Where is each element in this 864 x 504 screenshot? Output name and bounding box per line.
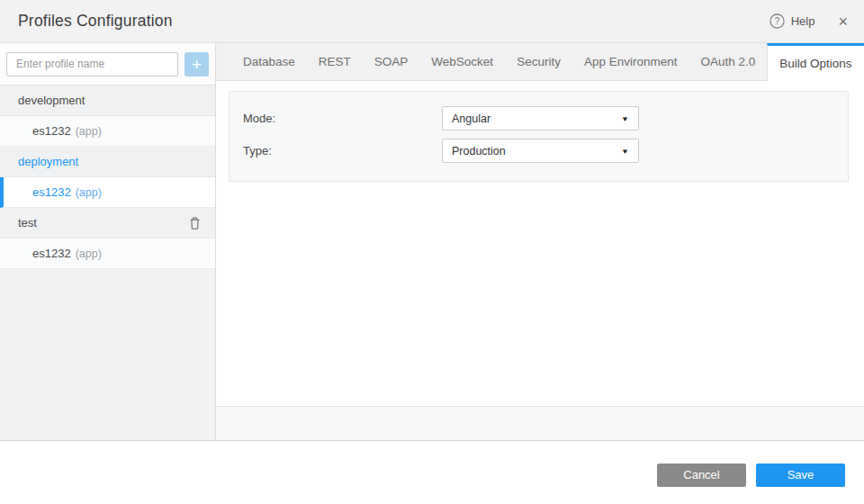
profile-group-development[interactable]: development xyxy=(0,86,215,116)
profile-item-label: es1232 xyxy=(32,247,71,260)
profile-item-development-es1232[interactable]: es1232 (app) xyxy=(0,116,215,147)
cancel-button[interactable]: Cancel xyxy=(657,464,746,487)
profile-item-test-es1232[interactable]: es1232 (app) xyxy=(0,238,215,269)
profile-add-row: + xyxy=(0,43,215,86)
profile-item-suffix: (app) xyxy=(76,186,102,199)
tab-rest[interactable]: REST xyxy=(307,43,363,80)
type-select[interactable]: Production ▼ xyxy=(442,139,639,163)
add-profile-button[interactable]: + xyxy=(184,52,209,76)
build-options-panel: Mode: Angular ▼ Type: Production ▼ xyxy=(229,91,849,182)
help-button[interactable]: ? Help xyxy=(770,14,815,29)
close-icon[interactable]: × xyxy=(838,14,848,30)
profile-group-test[interactable]: test xyxy=(0,208,215,238)
dialog-header: Profiles Configuration ? Help × xyxy=(0,0,864,43)
chevron-down-icon: ▼ xyxy=(621,114,629,122)
delete-profile-button[interactable] xyxy=(187,214,202,232)
tab-oauth[interactable]: OAuth 2.0 xyxy=(688,43,767,80)
profile-item-suffix: (app) xyxy=(76,248,102,260)
profile-group-label: deployment xyxy=(18,155,78,168)
profile-list: development es1232 (app) deployment es12… xyxy=(0,86,215,269)
mode-select[interactable]: Angular ▼ xyxy=(442,106,639,130)
main-panel: Database REST SOAP WebSocket Security Ap… xyxy=(216,43,864,440)
mode-label: Mode: xyxy=(243,112,442,125)
save-button[interactable]: Save xyxy=(756,464,845,487)
tab-security[interactable]: Security xyxy=(505,43,572,80)
tab-soap[interactable]: SOAP xyxy=(363,43,420,80)
trash-icon xyxy=(189,216,201,230)
tab-bar: Database REST SOAP WebSocket Security Ap… xyxy=(216,43,864,81)
tab-database[interactable]: Database xyxy=(231,43,307,80)
profile-item-deployment-es1232-selected[interactable]: es1232 (app) xyxy=(0,177,215,208)
build-options-content: Mode: Angular ▼ Type: Production ▼ xyxy=(216,81,864,406)
profile-group-label: development xyxy=(18,94,85,107)
help-label: Help xyxy=(791,14,815,28)
mode-row: Mode: Angular ▼ xyxy=(243,106,848,130)
page-title: Profiles Configuration xyxy=(18,12,173,31)
type-select-value: Production xyxy=(452,145,621,158)
tab-build-options[interactable]: Build Options xyxy=(767,43,864,81)
profiles-sidebar: + development es1232 (app) deployment es… xyxy=(0,43,216,440)
profile-item-label: es1232 xyxy=(32,185,71,199)
svg-text:?: ? xyxy=(774,16,779,26)
panel-footer-strip xyxy=(216,406,864,440)
tab-websocket[interactable]: WebSocket xyxy=(419,43,505,80)
profile-group-deployment[interactable]: deployment xyxy=(0,147,215,177)
mode-select-value: Angular xyxy=(452,112,621,125)
sidebar-empty-area xyxy=(0,269,215,440)
tab-app-environment[interactable]: App Environment xyxy=(572,43,689,80)
type-label: Type: xyxy=(243,144,442,158)
action-bar: Cancel Save xyxy=(0,441,864,503)
profile-item-suffix: (app) xyxy=(76,125,102,138)
chevron-down-icon: ▼ xyxy=(621,147,629,155)
dialog-body: + development es1232 (app) deployment es… xyxy=(0,43,864,441)
profile-item-label: es1232 xyxy=(32,124,71,138)
profile-group-label: test xyxy=(18,216,37,230)
question-circle-icon: ? xyxy=(770,14,785,29)
type-row: Type: Production ▼ xyxy=(243,139,848,163)
profile-name-input[interactable] xyxy=(6,52,178,76)
